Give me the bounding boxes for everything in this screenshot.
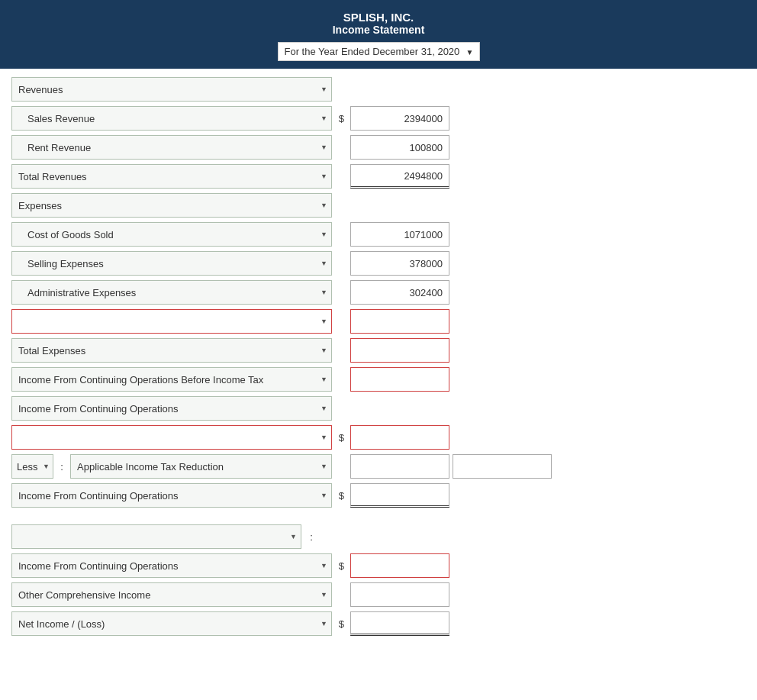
admin-expenses-select[interactable]: Administrative Expenses <box>11 280 332 305</box>
empty-dollar-input[interactable] <box>350 425 449 450</box>
dollar-sign-ico2: $ <box>332 490 347 502</box>
income-cont-ops-row2: Income From Continuing Operations $ <box>11 482 746 508</box>
total-revenues-select[interactable]: Total Revenues <box>11 164 332 189</box>
income-statement-content: Revenues Sales Revenue $ 2394000 Rent Re… <box>0 69 757 647</box>
other-comp-income-select[interactable]: Other Comprehensive Income <box>11 582 332 607</box>
admin-expenses-row: Administrative Expenses 302400 <box>11 279 746 305</box>
other-comp-income-input[interactable] <box>350 582 449 607</box>
applicable-input2[interactable] <box>453 454 552 479</box>
rent-revenue-select[interactable]: Rent Revenue <box>11 135 332 160</box>
expenses-row: Expenses <box>11 192 746 218</box>
net-income-row: Net Income / (Loss) $ <box>11 611 746 637</box>
rent-revenue-input[interactable]: 100800 <box>350 135 449 160</box>
sales-revenue-row: Sales Revenue $ 2394000 <box>11 105 746 131</box>
income-cont-ops-input2[interactable] <box>350 483 449 508</box>
section2-select[interactable] <box>11 524 301 549</box>
dollar-sign-ico3: $ <box>332 560 347 572</box>
selling-expenses-select[interactable]: Selling Expenses <box>11 251 332 276</box>
admin-expenses-input[interactable]: 302400 <box>350 280 449 305</box>
empty-expense-input[interactable] <box>350 309 449 334</box>
income-cont-ops-row1: Income From Continuing Operations <box>11 395 746 421</box>
less-applicable-row: Less : Applicable Income Tax Reduction <box>11 453 746 479</box>
income-cont-ops-select2[interactable]: Income From Continuing Operations <box>11 483 332 508</box>
net-income-select[interactable]: Net Income / (Loss) <box>11 611 332 636</box>
income-before-tax-row: Income From Continuing Operations Before… <box>11 366 746 392</box>
income-cont-ops-input3[interactable] <box>350 553 449 578</box>
dollar-sign-ni: $ <box>332 618 347 630</box>
income-cont-ops-row3: Income From Continuing Operations $ <box>11 553 746 579</box>
income-before-tax-select[interactable]: Income From Continuing Operations Before… <box>11 367 332 392</box>
cogs-input[interactable]: 1071000 <box>350 222 449 247</box>
less-applicable-wrap: Less : Applicable Income Tax Reduction <box>11 454 332 479</box>
income-cont-ops-select1[interactable]: Income From Continuing Operations <box>11 396 332 421</box>
spacer1 <box>11 511 746 524</box>
company-name: SPLISH, INC. <box>8 11 749 24</box>
cogs-select[interactable]: Cost of Goods Sold <box>11 222 332 247</box>
revenues-row: Revenues <box>11 76 746 102</box>
cogs-row: Cost of Goods Sold 1071000 <box>11 221 746 247</box>
applicable-select[interactable]: Applicable Income Tax Reduction <box>70 454 332 479</box>
less-select[interactable]: Less <box>11 454 53 479</box>
dollar-sign-sales: $ <box>332 113 347 124</box>
empty-expense-row <box>11 308 746 334</box>
statement-type: Income Statement <box>8 24 749 36</box>
empty-expense-select[interactable] <box>11 309 332 334</box>
total-expenses-select[interactable]: Total Expenses <box>11 338 332 363</box>
income-cont-ops-select3[interactable]: Income From Continuing Operations <box>11 553 332 578</box>
total-expenses-input[interactable] <box>350 338 449 363</box>
income-before-tax-input[interactable] <box>350 367 449 392</box>
total-revenues-input[interactable]: 2494800 <box>350 164 449 189</box>
net-income-input[interactable] <box>350 611 449 636</box>
colon-separator: : <box>56 461 67 473</box>
total-expenses-row: Total Expenses <box>11 337 746 363</box>
period-select[interactable]: For the Year Ended December 31, 2020 <box>278 42 480 61</box>
selling-expenses-input[interactable]: 378000 <box>350 251 449 276</box>
sales-revenue-select[interactable]: Sales Revenue <box>11 106 332 131</box>
colon2: : <box>306 531 317 543</box>
revenues-select[interactable]: Revenues <box>11 77 332 102</box>
dollar-sign-empty2: $ <box>332 432 347 444</box>
other-comp-income-row: Other Comprehensive Income <box>11 582 746 608</box>
total-revenues-row: Total Revenues 2494800 <box>11 163 746 189</box>
applicable-input1[interactable] <box>350 454 449 479</box>
sales-revenue-input[interactable]: 2394000 <box>350 106 449 131</box>
selling-expenses-row: Selling Expenses 378000 <box>11 250 746 276</box>
rent-revenue-row: Rent Revenue 100800 <box>11 134 746 160</box>
empty-dropdown-select[interactable] <box>11 425 332 450</box>
empty-dropdown-dollar-row: $ <box>11 424 746 450</box>
expenses-select[interactable]: Expenses <box>11 193 332 218</box>
header: SPLISH, INC. Income Statement For the Ye… <box>0 0 757 69</box>
section2-dropdown-row: : <box>11 524 746 550</box>
